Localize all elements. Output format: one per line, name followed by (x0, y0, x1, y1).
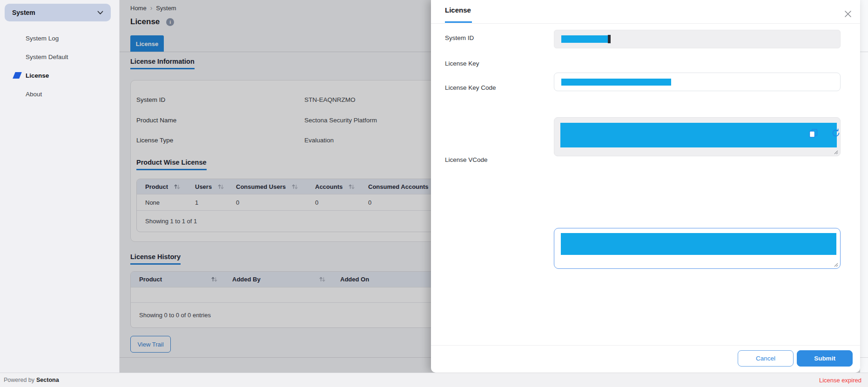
license-drawer: License System ID License Key License Ke… (431, 0, 860, 373)
module-dropdown-label: System (12, 9, 35, 16)
redacted-value (561, 233, 836, 255)
license-status-badge: License expired (819, 377, 861, 384)
sidebar-item-about[interactable]: About (0, 87, 120, 100)
system-id-input[interactable] (554, 30, 841, 48)
sidebar-item-system-log[interactable]: System Log (0, 32, 120, 45)
license-key-code-textarea[interactable] (554, 117, 841, 156)
cancel-button[interactable]: Cancel (738, 350, 794, 367)
chevron-down-icon (97, 11, 103, 15)
drawer-field-label-system-id: System ID (445, 34, 474, 41)
drawer-field-label-license-vcode: License VCode (445, 156, 488, 163)
redacted-value (561, 35, 608, 43)
text-cursor (608, 35, 611, 43)
license-key-input[interactable] (554, 73, 841, 91)
sidebar-item-label: System Log (26, 35, 59, 42)
drawer-title: License (445, 6, 471, 14)
drawer-footer-divider (431, 345, 860, 346)
refresh-icon[interactable] (830, 127, 841, 139)
sidebar-item-label: License (26, 72, 49, 79)
drawer-tab-indicator (445, 21, 472, 23)
drawer-field-label-license-key-code: License Key Code (445, 84, 496, 91)
sidebar-item-license[interactable]: License (0, 69, 120, 82)
license-icon (13, 72, 22, 79)
footer-bar: Powered bySectona License expired (0, 373, 868, 387)
drawer-field-label-license-key: License Key (445, 60, 479, 67)
license-vcode-textarea[interactable] (554, 228, 841, 269)
brand-name: Sectona (36, 377, 59, 383)
powered-by: Powered bySectona (4, 377, 59, 383)
sidebar-item-label: About (26, 91, 42, 98)
redacted-value (560, 123, 837, 147)
sidebar: System System Log System Default License… (0, 0, 120, 373)
resize-handle-icon[interactable] (834, 150, 838, 154)
sidebar-item-system-default[interactable]: System Default (0, 50, 120, 63)
submit-button[interactable]: Submit (797, 350, 853, 367)
sidebar-item-label: System Default (26, 53, 68, 60)
redacted-value (561, 79, 671, 86)
resize-handle-icon[interactable] (834, 263, 838, 267)
drawer-header-divider (431, 23, 860, 24)
powered-by-prefix: Powered by (4, 377, 34, 383)
copy-icon[interactable] (807, 127, 819, 139)
close-icon[interactable] (842, 8, 854, 20)
module-dropdown[interactable]: System (5, 4, 111, 21)
